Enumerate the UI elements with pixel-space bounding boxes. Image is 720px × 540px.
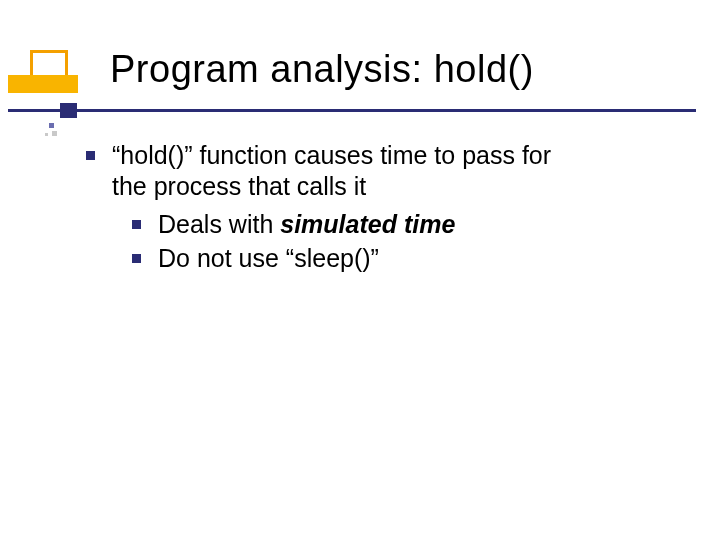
bullet-square-icon: [132, 254, 141, 263]
decor-title-rule: [8, 109, 696, 112]
slide-title: Program analysis: hold(): [110, 48, 534, 91]
bullet-level1: “hold()” function causes time to pass fo…: [70, 140, 660, 203]
bullet-text: “hold()” function causes time to pass fo…: [112, 141, 551, 169]
bullet-text-emphasis: simulated time: [280, 210, 455, 238]
decor-dot: [49, 123, 54, 128]
bullet-square-icon: [86, 151, 95, 160]
slide: Program analysis: hold() “hold()” functi…: [0, 0, 720, 540]
decor-orange-solid: [8, 75, 78, 93]
slide-body: “hold()” function causes time to pass fo…: [70, 140, 660, 274]
bullet-square-icon: [132, 220, 141, 229]
bullet-text: Do not use “sleep()”: [158, 244, 379, 272]
bullet-level2: Do not use “sleep()”: [116, 243, 660, 274]
bullet-text: Deals with: [158, 210, 280, 238]
decor-dot: [52, 131, 57, 136]
bullet-level2: Deals with simulated time: [116, 209, 660, 240]
decor-dot: [45, 133, 48, 136]
bullet-text: the process that calls it: [112, 172, 366, 200]
decor-title-rule-cap: [60, 103, 77, 118]
